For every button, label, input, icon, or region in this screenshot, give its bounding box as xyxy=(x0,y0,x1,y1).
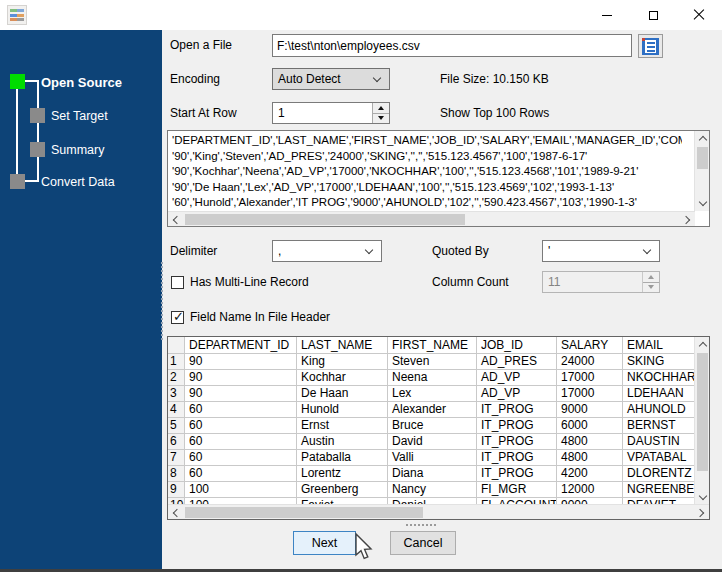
table-cell: Kochhar xyxy=(297,370,388,386)
delimiter-label: Delimiter xyxy=(170,240,217,262)
grid-corner-cell[interactable] xyxy=(168,337,185,354)
table-row[interactable]: 760PataballaValliIT_PROG4800VPATABAL xyxy=(168,450,695,466)
chevron-down-icon xyxy=(373,73,381,81)
multiline-checkbox[interactable]: Has Multi-Line Record xyxy=(171,271,309,293)
column-header[interactable]: EMAIL xyxy=(623,337,695,354)
table-cell: 60 xyxy=(185,402,297,418)
field-name-header-checkbox[interactable]: ✓ Field Name In File Header xyxy=(171,306,330,328)
delimiter-value: , xyxy=(273,244,366,258)
sidebar-item-convert-data: Convert Data xyxy=(41,175,115,189)
quoted-by-value: ' xyxy=(543,244,644,258)
browse-button[interactable] xyxy=(638,34,663,58)
table-cell: 17000 xyxy=(557,370,623,386)
file-preview-textarea[interactable]: 'DEPARTMENT_ID','LAST_NAME','FIRST_NAME'… xyxy=(167,130,710,227)
table-row[interactable]: 460HunoldAlexanderIT_PROG9000AHUNOLD xyxy=(168,402,695,418)
column-header[interactable]: SALARY xyxy=(557,337,623,354)
table-cell: AHUNOLD xyxy=(623,402,695,418)
table-row[interactable]: 9100GreenbergNancyFI_MGR12000NGREENBE xyxy=(168,482,695,498)
horizontal-splitter-grip[interactable] xyxy=(406,524,436,526)
start-row-stepper[interactable]: 1 xyxy=(272,102,390,124)
table-cell: 4800 xyxy=(557,434,623,450)
quoted-by-label: Quoted By xyxy=(432,240,489,262)
next-button[interactable]: Next xyxy=(293,531,356,555)
grid-vertical-scrollbar[interactable] xyxy=(694,337,709,505)
table-cell: 12000 xyxy=(557,482,623,498)
row-number-cell: 7 xyxy=(168,450,185,466)
table-cell: AD_VP xyxy=(477,386,557,402)
encoding-label: Encoding xyxy=(170,68,220,90)
maximize-button[interactable] xyxy=(630,0,676,30)
checkbox-unchecked-icon xyxy=(171,276,184,289)
open-file-label: Open a File xyxy=(170,34,232,57)
table-cell: 60 xyxy=(185,418,297,434)
show-top-rows-text: Show Top 100 Rows xyxy=(440,102,549,124)
spin-down-icon xyxy=(643,282,659,293)
preview-line: '60','Hunold','Alexander','IT PROG','900… xyxy=(172,195,682,211)
table-cell: DLORENTZ xyxy=(623,466,695,482)
table-cell: Austin xyxy=(297,434,388,450)
minimize-button[interactable] xyxy=(584,0,630,30)
row-number-cell: 3 xyxy=(168,386,185,402)
table-cell: 90 xyxy=(185,386,297,402)
table-cell: IT_PROG xyxy=(477,402,557,418)
table-row[interactable]: 290KochharNeenaAD_VP17000NKOCHHAR xyxy=(168,370,695,386)
preview-vertical-scrollbar[interactable] xyxy=(694,131,709,211)
column-header[interactable]: LAST_NAME xyxy=(297,337,388,354)
encoding-select[interactable]: Auto Detect xyxy=(272,68,390,90)
data-grid: DEPARTMENT_IDLAST_NAMEFIRST_NAMEJOB_IDSA… xyxy=(167,336,710,520)
table-row[interactable]: 390De HaanLexAD_VP17000LDEHAAN xyxy=(168,386,695,402)
quoted-by-select[interactable]: ' xyxy=(542,240,660,262)
table-cell: Neena xyxy=(388,370,477,386)
delimiter-select[interactable]: , xyxy=(272,240,382,262)
preview-line: '90','De Haan','Lex','AD_VP','17000','LD… xyxy=(172,180,682,196)
field-name-header-label: Field Name In File Header xyxy=(190,310,330,324)
table-cell: 4200 xyxy=(557,466,623,482)
table-row[interactable]: 190KingStevenAD_PRES24000SKING xyxy=(168,354,695,370)
table-row[interactable]: 860LorentzDianaIT_PROG4200DLORENTZ xyxy=(168,466,695,482)
table-cell: Pataballa xyxy=(297,450,388,466)
table-cell: NKOCHHAR xyxy=(623,370,695,386)
grid-header-row: DEPARTMENT_IDLAST_NAMEFIRST_NAMEJOB_IDSA… xyxy=(168,337,695,354)
column-header[interactable]: DEPARTMENT_ID xyxy=(185,337,297,354)
wizard-sidebar: Open Source Set Target Summary Convert D… xyxy=(0,30,162,569)
converter-window: Open Source Set Target Summary Convert D… xyxy=(0,0,722,572)
preview-horizontal-scrollbar[interactable] xyxy=(168,211,695,226)
column-header[interactable]: JOB_ID xyxy=(477,337,557,354)
scroll-down-icon xyxy=(698,198,706,206)
row-number-cell: 9 xyxy=(168,482,185,498)
table-row[interactable]: 660AustinDavidIT_PROG4800DAUSTIN xyxy=(168,434,695,450)
preview-line: 'DEPARTMENT_ID','LAST_NAME','FIRST_NAME'… xyxy=(172,133,682,149)
chevron-down-icon xyxy=(365,245,373,253)
table-cell: Valli xyxy=(388,450,477,466)
table-cell: Lorentz xyxy=(297,466,388,482)
close-button[interactable] xyxy=(676,0,722,30)
spin-down-icon[interactable] xyxy=(373,113,389,124)
data-grid-body: 190KingStevenAD_PRES24000SKING290Kochhar… xyxy=(168,354,695,505)
table-cell: 60 xyxy=(185,466,297,482)
scroll-down-icon xyxy=(698,492,706,500)
step-indicator-set-target xyxy=(30,108,45,123)
table-cell: AD_VP xyxy=(477,370,557,386)
sidebar-item-summary: Summary xyxy=(51,143,104,157)
table-row[interactable]: 560ErnstBruceIT_PROG6000BERNST xyxy=(168,418,695,434)
table-cell: Steven xyxy=(388,354,477,370)
table-cell: LDEHAAN xyxy=(623,386,695,402)
spin-up-icon xyxy=(643,272,659,282)
table-cell: Hunold xyxy=(297,402,388,418)
file-path-input[interactable] xyxy=(272,34,632,57)
row-number-cell: 8 xyxy=(168,466,185,482)
file-document-icon xyxy=(642,38,659,55)
vertical-splitter-grip[interactable] xyxy=(161,262,163,340)
cancel-button[interactable]: Cancel xyxy=(390,531,456,555)
scroll-up-icon xyxy=(698,136,706,144)
table-cell: Alexander xyxy=(388,402,477,418)
grid-horizontal-scrollbar[interactable] xyxy=(168,504,709,519)
table-cell: FI_MGR xyxy=(477,482,557,498)
column-header[interactable]: FIRST_NAME xyxy=(388,337,477,354)
spin-up-icon[interactable] xyxy=(373,103,389,113)
table-cell: IT_PROG xyxy=(477,450,557,466)
chevron-down-icon xyxy=(643,245,651,253)
table-cell: Lex xyxy=(388,386,477,402)
table-cell: David xyxy=(388,434,477,450)
table-cell: 9000 xyxy=(557,402,623,418)
